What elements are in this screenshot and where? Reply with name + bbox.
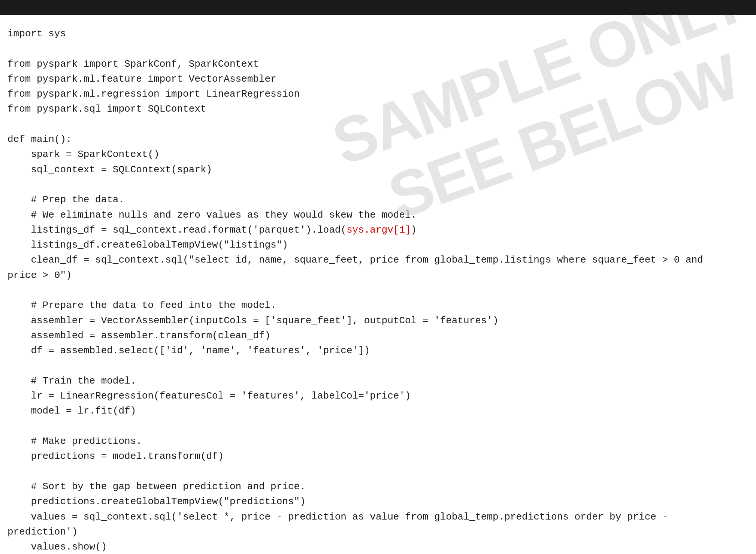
code-line: from pyspark import SparkConf, SparkCont… (7, 57, 749, 72)
code-line: # Prepare the data to feed into the mode… (7, 298, 749, 313)
code-block: import sys from pyspark import SparkConf… (7, 26, 749, 554)
code-line: # Sort by the gap between prediction and… (7, 479, 749, 494)
code-text: assembled = assembler.transform(clean_df… (7, 330, 270, 341)
code-line: clean_df = sql_context.sql("select id, n… (7, 252, 749, 267)
code-text: # Prep the data. (7, 194, 124, 205)
code-text: from pyspark.ml.feature import VectorAss… (7, 73, 276, 85)
code-red-text: sys.argv[1] (347, 224, 411, 236)
code-line: assembled = assembler.transform(clean_df… (7, 328, 749, 343)
code-line: listings_df = sql_context.read.format('p… (7, 222, 749, 237)
code-line: predictions = model.transform(df) (7, 449, 749, 464)
code-line: def main(): (7, 132, 749, 147)
code-line: values.show() (7, 539, 749, 554)
code-text: listings_df = sql_context.read.format('p… (7, 224, 347, 236)
code-text: from pyspark.sql import SQLContext (7, 103, 206, 115)
code-text: from pyspark.ml.regression import Linear… (7, 88, 300, 100)
code-text: from pyspark import SparkConf, SparkCont… (7, 58, 259, 70)
code-line: price > 0") (7, 268, 749, 283)
code-text: # We eliminate nulls and zero values as … (7, 209, 417, 221)
code-line: predictions.createGlobalTempView("predic… (7, 494, 749, 509)
code-line: # Train the model. (7, 373, 749, 388)
code-text: assembler = VectorAssembler(inputCols = … (7, 315, 499, 326)
code-text: import sys (7, 28, 66, 39)
code-text: values = sql_context.sql('select *, pric… (7, 511, 668, 523)
code-line: lr = LinearRegression(featuresCol = 'fea… (7, 388, 749, 403)
code-text: prediction') (7, 526, 78, 538)
code-text: lr = LinearRegression(featuresCol = 'fea… (7, 390, 411, 402)
code-text: ) (411, 224, 417, 236)
code-line: # Prep the data. (7, 192, 749, 207)
code-text: spark = SparkContext() (7, 149, 160, 160)
code-text: # Prepare the data to feed into the mode… (7, 300, 276, 311)
code-text: df = assembled.select(['id', 'name', 'fe… (7, 345, 370, 356)
code-container: SAMPLE ONLY SEE BELOW import sys from py… (0, 15, 756, 554)
code-line: values = sql_context.sql('select *, pric… (7, 509, 749, 524)
code-line: assembler = VectorAssembler(inputCols = … (7, 313, 749, 328)
code-line: prediction') (7, 524, 749, 539)
code-line (7, 358, 749, 373)
code-line: from pyspark.ml.regression import Linear… (7, 87, 749, 102)
code-text: # Train the model. (7, 375, 136, 387)
code-text: clean_df = sql_context.sql("select id, n… (7, 254, 703, 266)
code-line: sql_context = SQLContext(spark) (7, 162, 749, 177)
code-line (7, 464, 749, 479)
code-line: import sys (7, 26, 749, 41)
code-line: from pyspark.ml.feature import VectorAss… (7, 72, 749, 87)
code-line: model = lr.fit(df) (7, 403, 749, 418)
code-text: def main(): (7, 134, 72, 145)
code-line: from pyspark.sql import SQLContext (7, 102, 749, 116)
code-line (7, 41, 749, 56)
code-text: # Sort by the gap between prediction and… (7, 481, 306, 492)
code-line (7, 177, 749, 192)
code-line: # Make predictions. (7, 434, 749, 449)
code-line (7, 117, 749, 132)
code-text: predictions.createGlobalTempView("predic… (7, 496, 306, 507)
code-line: # We eliminate nulls and zero values as … (7, 208, 749, 222)
code-text: sql_context = SQLContext(spark) (7, 164, 212, 175)
top-bar (0, 0, 756, 15)
code-line: listings_df.createGlobalTempView("listin… (7, 237, 749, 252)
code-text: listings_df.createGlobalTempView("listin… (7, 239, 288, 251)
code-line: spark = SparkContext() (7, 147, 749, 162)
code-line: df = assembled.select(['id', 'name', 'fe… (7, 343, 749, 358)
code-text: price > 0") (7, 270, 72, 281)
code-text: values.show() (7, 541, 107, 553)
code-text: predictions = model.transform(df) (7, 451, 224, 462)
code-text: # Make predictions. (7, 436, 142, 447)
code-text: model = lr.fit(df) (7, 405, 136, 417)
code-line (7, 419, 749, 434)
code-line (7, 283, 749, 298)
